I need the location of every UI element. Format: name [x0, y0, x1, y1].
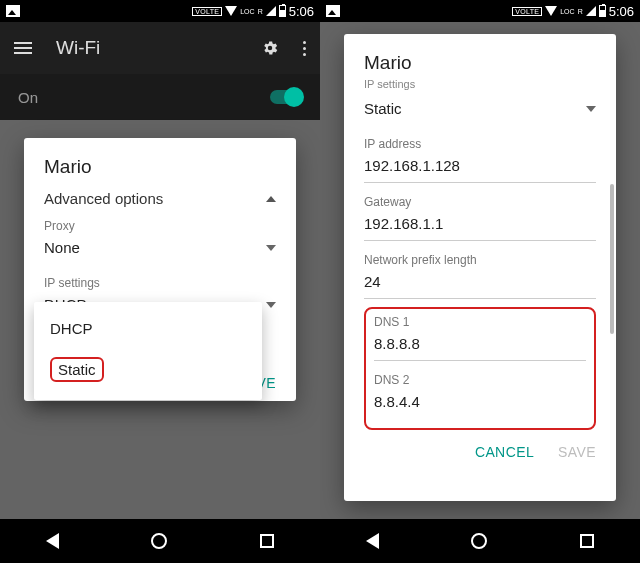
- home-button[interactable]: [151, 533, 167, 549]
- prefix-value: 24: [364, 273, 381, 290]
- battery-icon: [279, 5, 286, 17]
- scroll-thumb[interactable]: [610, 184, 614, 334]
- gateway-value: 192.168.1.1: [364, 215, 443, 232]
- save-button[interactable]: SAVE: [558, 444, 596, 460]
- recents-button[interactable]: [260, 534, 274, 548]
- dns-callout: DNS 1 8.8.8.8 DNS 2 8.8.4.4: [364, 307, 596, 430]
- clock: 5:06: [289, 4, 314, 19]
- nav-bar: [320, 519, 640, 563]
- wifi-icon: [225, 6, 237, 16]
- ip-settings-select[interactable]: Static: [364, 94, 596, 125]
- dropdown-item-dhcp[interactable]: DHCP: [34, 310, 262, 347]
- dialog-actions: CANCEL SAVE: [364, 444, 596, 460]
- loc-indicator: LOC: [240, 8, 254, 15]
- ip-settings-label-cut: IP settings: [364, 78, 596, 90]
- chevron-up-icon: [266, 196, 276, 202]
- proxy-value: None: [44, 239, 80, 256]
- dialog-title: Mario: [44, 156, 276, 178]
- gateway-label: Gateway: [364, 195, 596, 209]
- back-button[interactable]: [46, 533, 59, 549]
- signal-icon: [586, 6, 596, 16]
- dns1-input[interactable]: 8.8.8.8: [374, 329, 586, 361]
- screenshot-left: VOLTE LOC R 5:06 Wi-Fi On Mario Advanced…: [0, 0, 320, 563]
- wifi-enable-label: On: [18, 89, 38, 106]
- dns2-value: 8.8.4.4: [374, 393, 420, 410]
- proxy-select[interactable]: None: [44, 233, 276, 264]
- dialog-title: Mario: [364, 52, 596, 74]
- ip-address-label: IP address: [364, 137, 596, 151]
- ip-settings-value: Static: [364, 100, 402, 117]
- dns2-input[interactable]: 8.8.4.4: [374, 387, 586, 418]
- status-bar: VOLTE LOC R 5:06: [320, 0, 640, 22]
- prefix-label: Network prefix length: [364, 253, 596, 267]
- ip-address-value: 192.168.1.128: [364, 157, 460, 174]
- dns1-label: DNS 1: [374, 315, 586, 329]
- nav-bar: [0, 519, 320, 563]
- roaming-indicator: R: [258, 8, 263, 15]
- dns1-value: 8.8.8.8: [374, 335, 420, 352]
- toolbar-title: Wi-Fi: [56, 37, 237, 59]
- volte-badge: VOLTE: [512, 7, 542, 16]
- dns2-label: DNS 2: [374, 373, 586, 387]
- gateway-input[interactable]: 192.168.1.1: [364, 209, 596, 241]
- overflow-icon[interactable]: [303, 41, 306, 56]
- menu-icon[interactable]: [14, 42, 32, 54]
- clock: 5:06: [609, 4, 634, 19]
- cancel-button[interactable]: CANCEL: [475, 444, 534, 460]
- advanced-options-toggle[interactable]: Advanced options: [44, 190, 276, 207]
- back-button[interactable]: [366, 533, 379, 549]
- status-bar: VOLTE LOC R 5:06: [0, 0, 320, 22]
- wifi-toggle[interactable]: [270, 90, 302, 104]
- home-button[interactable]: [471, 533, 487, 549]
- picture-icon: [6, 5, 20, 17]
- network-dialog: Mario IP settings Static IP address 192.…: [344, 34, 616, 501]
- loc-indicator: LOC: [560, 8, 574, 15]
- battery-icon: [599, 5, 606, 17]
- static-callout: Static: [50, 357, 104, 382]
- signal-icon: [266, 6, 276, 16]
- app-toolbar: Wi-Fi: [0, 22, 320, 74]
- volte-badge: VOLTE: [192, 7, 222, 16]
- recents-button[interactable]: [580, 534, 594, 548]
- wifi-enable-row: On: [0, 74, 320, 120]
- proxy-label: Proxy: [44, 219, 276, 233]
- ip-settings-label: IP settings: [44, 276, 276, 290]
- picture-icon: [326, 5, 340, 17]
- wifi-icon: [545, 6, 557, 16]
- ip-settings-dropdown: DHCP Static: [34, 302, 262, 400]
- advanced-options-label: Advanced options: [44, 190, 163, 207]
- screenshot-right: VOLTE LOC R 5:06 Mario IP settings Stati…: [320, 0, 640, 563]
- dropdown-item-static[interactable]: Static: [34, 347, 262, 392]
- roaming-indicator: R: [578, 8, 583, 15]
- ip-address-input[interactable]: 192.168.1.128: [364, 151, 596, 183]
- gear-icon[interactable]: [261, 39, 279, 57]
- prefix-input[interactable]: 24: [364, 267, 596, 299]
